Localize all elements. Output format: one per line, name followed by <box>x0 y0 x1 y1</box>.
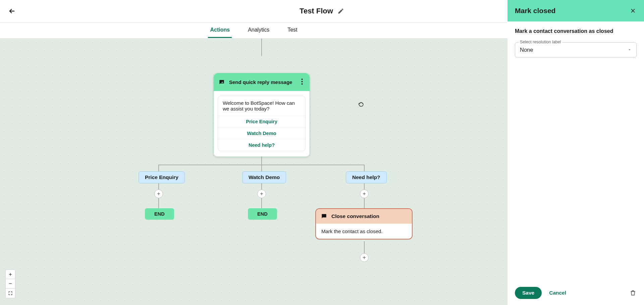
connector <box>364 198 365 208</box>
node-title: Close conversation <box>331 213 379 219</box>
select-legend: Select resolution label <box>519 40 562 44</box>
delete-button[interactable] <box>629 289 637 297</box>
connector <box>158 198 159 208</box>
node-header: Send quick reply message <box>214 73 310 91</box>
quick-reply-option[interactable]: Price Enquiry <box>218 116 305 127</box>
connector <box>364 165 365 171</box>
title-wrap: Test Flow <box>300 7 344 15</box>
connector <box>158 183 159 190</box>
dots-vertical-icon <box>301 79 303 85</box>
quick-reply-node[interactable]: Send quick reply message Welcome to BotS… <box>213 73 310 157</box>
connector <box>261 183 262 190</box>
chat-icon <box>218 79 225 86</box>
svg-point-2 <box>302 83 303 85</box>
tab-test[interactable]: Test <box>285 23 299 38</box>
node-body: Welcome to BotSpace! How can we assist y… <box>214 91 310 157</box>
branch-price-enquiry[interactable]: Price Enquiry <box>139 171 185 183</box>
add-step-button[interactable]: + <box>257 189 266 198</box>
message-options: Price Enquiry Watch Demo Need help? <box>218 116 305 151</box>
pencil-icon <box>337 8 344 14</box>
trash-icon <box>630 290 636 296</box>
cancel-button[interactable]: Cancel <box>549 290 566 296</box>
end-node[interactable]: END <box>145 208 174 220</box>
zoom-out-button[interactable]: − <box>6 279 15 289</box>
quick-reply-option[interactable]: Watch Demo <box>218 127 305 139</box>
connector <box>261 198 262 208</box>
close-icon <box>630 7 636 14</box>
add-step-button[interactable]: + <box>360 189 369 198</box>
fullscreen-icon <box>8 291 13 296</box>
connector <box>364 241 365 253</box>
message-text: Welcome to BotSpace! How can we assist y… <box>218 96 305 116</box>
add-step-button[interactable]: + <box>154 189 163 198</box>
grab-cursor-icon <box>358 101 365 109</box>
fullscreen-button[interactable] <box>6 289 15 298</box>
panel-header: Mark closed <box>507 0 644 21</box>
tab-analytics[interactable]: Analytics <box>246 23 271 38</box>
zoom-controls: + − <box>5 269 15 298</box>
resolution-label-select[interactable]: Select resolution label None <box>515 42 637 57</box>
message-bubble: Welcome to BotSpace! How can we assist y… <box>218 96 306 151</box>
end-node[interactable]: END <box>248 208 277 220</box>
back-button[interactable] <box>7 6 17 16</box>
tab-actions[interactable]: Actions <box>208 23 232 38</box>
branch-watch-demo[interactable]: Watch Demo <box>242 171 286 183</box>
chevron-down-icon <box>628 47 632 53</box>
add-step-button[interactable]: + <box>360 253 369 262</box>
zoom-in-button[interactable]: + <box>6 270 15 279</box>
connector <box>261 165 262 171</box>
close-conversation-node[interactable]: Close conversation Mark the contact as c… <box>315 208 413 239</box>
page-title: Test Flow <box>300 7 333 15</box>
panel-title: Mark closed <box>515 7 555 15</box>
panel-content: Mark a contact conversation as closed Se… <box>507 21 644 282</box>
branch-need-help[interactable]: Need help? <box>346 171 387 183</box>
tabs: Actions Analytics Test <box>0 23 507 39</box>
svg-point-1 <box>302 81 303 82</box>
save-button[interactable]: Save <box>515 287 542 299</box>
connector <box>261 157 262 165</box>
node-more-button[interactable] <box>299 77 305 87</box>
connector <box>261 39 262 56</box>
panel-description: Mark a contact conversation as closed <box>515 28 637 34</box>
connector <box>364 183 365 190</box>
side-panel: Mark closed Mark a contact conversation … <box>507 0 644 305</box>
arrow-left-icon <box>8 7 16 15</box>
connector <box>158 165 159 171</box>
node-title: Send quick reply message <box>229 79 292 85</box>
node-body: Mark the contact as closed. <box>316 224 412 239</box>
close-panel-button[interactable] <box>629 7 637 14</box>
svg-point-0 <box>302 79 303 80</box>
select-value: None <box>520 47 533 53</box>
edit-title-button[interactable] <box>337 7 344 15</box>
node-header: Close conversation <box>316 209 412 224</box>
chat-close-icon <box>321 213 327 220</box>
quick-reply-option[interactable]: Need help? <box>218 139 305 151</box>
panel-footer: Save Cancel <box>507 282 644 305</box>
